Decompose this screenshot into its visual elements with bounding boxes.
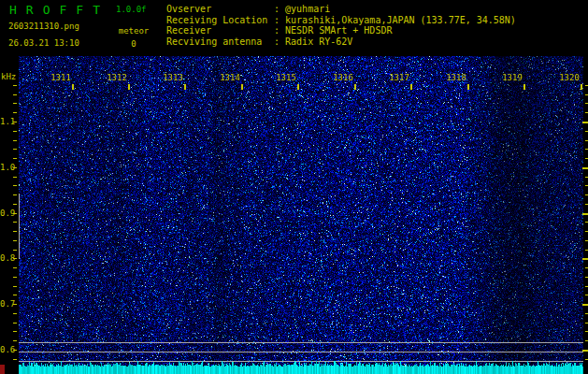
freq-axis-tick-left xyxy=(13,213,17,214)
time-axis-tick xyxy=(72,84,74,90)
freq-axis-tick-left xyxy=(13,286,17,287)
level-indicator-red xyxy=(0,365,5,374)
info-value: kurashiki,Okayama,JAPAN (133.77E, 34.58N… xyxy=(285,15,516,25)
freq-axis-tick-left xyxy=(13,340,17,341)
output-filename: 2603211310.png xyxy=(8,22,79,31)
freq-axis-tick-right xyxy=(582,350,588,352)
freq-axis-tick-left xyxy=(13,350,17,351)
freq-axis-tick-right xyxy=(582,167,588,169)
freq-tick-label: 1.0 xyxy=(0,163,12,172)
freq-axis-tick-right xyxy=(582,258,588,260)
time-axis-tick xyxy=(467,84,469,90)
info-row: Recviving antenna: Radix RY-62V xyxy=(166,36,516,48)
freq-axis-tick-left xyxy=(13,267,17,268)
info-label: Ovserver xyxy=(166,4,274,15)
freq-axis-tick-left xyxy=(13,359,17,360)
freq-axis-tick-left xyxy=(13,131,17,132)
info-row: Receiving Location: kurashiki,Okayama,JA… xyxy=(166,15,516,26)
freq-axis-tick-left xyxy=(13,231,17,232)
info-row: Receiver: NESDR SMArt + HDSDR xyxy=(166,25,516,36)
time-tick-label: 1320 xyxy=(554,73,584,82)
freq-tick-label: 0.7 xyxy=(0,299,12,309)
time-axis-tick xyxy=(523,84,525,90)
info-label: Receiving Location xyxy=(166,15,274,26)
mode-label: meteor xyxy=(113,26,154,36)
info-value: NESDR SMArt + HDSDR xyxy=(285,25,392,36)
freq-tick-label: 0.6 xyxy=(0,345,12,354)
app-version: 1.0.0f xyxy=(116,5,147,14)
time-tick-label: 1317 xyxy=(384,73,414,82)
freq-axis-tick-left xyxy=(13,177,17,178)
time-axis-tick xyxy=(297,84,299,90)
freq-axis-tick-left xyxy=(13,185,17,186)
freq-axis-tick-left xyxy=(13,122,17,122)
time-tick-label: 1313 xyxy=(158,73,188,82)
time-axis-tick xyxy=(354,84,356,90)
freq-axis-tick-left xyxy=(13,167,17,168)
time-axis-tick xyxy=(410,84,412,90)
freq-tick-label: 0.9 xyxy=(0,209,12,218)
freq-axis-tick-left xyxy=(13,295,17,295)
freq-axis-tick-left xyxy=(13,277,17,278)
app-title: HROFFT xyxy=(9,3,109,17)
info-block: Ovserver: @yuhmariReceiving Location: ku… xyxy=(166,4,516,47)
freq-axis-tick-right xyxy=(582,304,588,306)
freq-axis-tick-left xyxy=(13,112,17,113)
info-value: @yuhmari xyxy=(285,4,330,14)
time-tick-label: 1315 xyxy=(271,73,301,82)
freq-axis-tick-left xyxy=(13,304,17,305)
observation-datetime: 26.03.21 13:10 xyxy=(8,38,79,48)
freq-axis-tick-left xyxy=(13,323,17,324)
freq-axis-tick-left xyxy=(13,240,17,241)
freq-axis-tick-left xyxy=(13,331,17,332)
info-row: Ovserver: @yuhmari xyxy=(166,4,516,15)
time-tick-label: 1312 xyxy=(102,73,132,82)
freq-tick-label: 0.8 xyxy=(0,253,12,263)
time-tick-label: 1318 xyxy=(441,73,471,82)
info-label: Receiver xyxy=(166,25,274,36)
freq-axis-tick-right xyxy=(582,122,588,123)
freq-axis-tick-left xyxy=(13,149,17,150)
freq-tick-label: 1.1 xyxy=(0,117,12,126)
freq-axis-tick-left xyxy=(13,258,17,259)
time-axis-tick xyxy=(128,84,130,90)
info-separator: : xyxy=(274,4,285,14)
time-axis-tick xyxy=(241,84,243,90)
freq-axis-tick-left xyxy=(13,158,17,159)
time-tick-label: 1319 xyxy=(497,73,527,82)
freq-axis-tick-right xyxy=(582,213,588,215)
time-tick-label: 1314 xyxy=(215,73,245,82)
info-label: Recviving antenna xyxy=(166,36,274,48)
time-tick-label: 1311 xyxy=(46,73,76,82)
info-separator: : xyxy=(274,15,285,25)
freq-axis-tick-left xyxy=(13,140,17,141)
freq-axis-tick-left xyxy=(13,204,17,205)
freq-axis-tick-left xyxy=(13,85,17,86)
time-axis-tick xyxy=(581,84,582,90)
freq-axis-tick-left xyxy=(13,313,17,314)
freq-axis-tick-left xyxy=(13,194,17,195)
meteor-count: 0 xyxy=(113,39,154,49)
freq-axis-tick-left xyxy=(13,94,17,95)
freq-axis-tick-left xyxy=(13,103,17,104)
spectrogram-canvas xyxy=(19,56,583,374)
time-tick-label: 1316 xyxy=(328,73,358,82)
info-value: Radix RY-62V xyxy=(285,36,352,47)
freq-axis-tick-left xyxy=(13,222,17,223)
time-axis-tick xyxy=(184,84,186,90)
info-separator: : xyxy=(274,36,285,47)
info-separator: : xyxy=(274,25,285,36)
freq-axis-tick-left xyxy=(13,250,17,251)
freq-axis-unit: kHz xyxy=(1,72,16,81)
hrofft-screen: HROFFT 1.0.0f 2603211310.png meteor 26.0… xyxy=(0,0,588,374)
